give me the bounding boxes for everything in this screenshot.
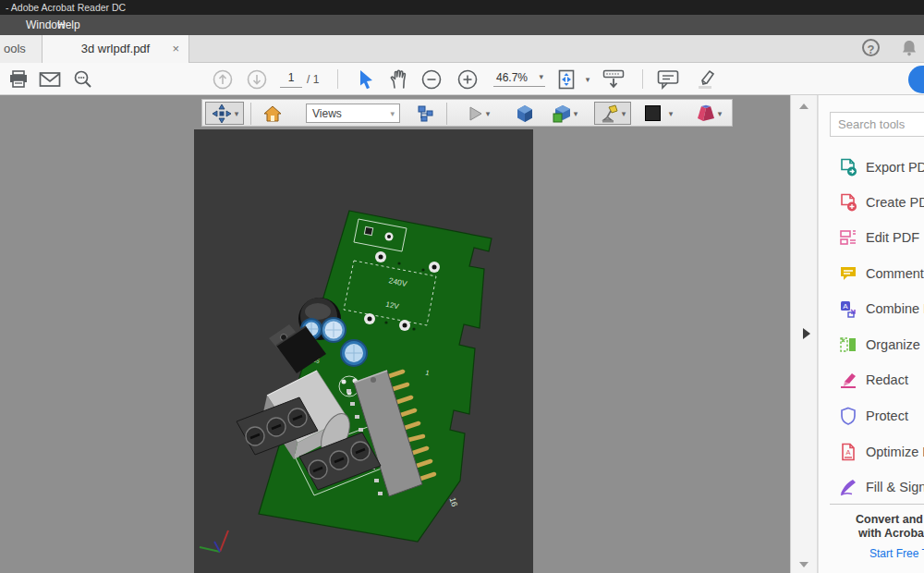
svg-text:A: A [843,302,848,311]
create-pdf-icon [839,193,857,212]
protect-shield-icon [839,407,857,425]
background-color-swatch[interactable]: ▾ [640,102,677,125]
page-down-icon[interactable] [246,63,268,95]
sidebar-item-edit-pdf[interactable]: Edit PDF [819,220,924,255]
chevron-down-icon: ▾ [669,109,674,118]
edit-pdf-icon [839,228,857,247]
acrobat-window: { "window": { "title_bar": "- Adobe Acro… [0,0,924,573]
email-icon[interactable] [39,63,61,95]
comment-icon [839,264,857,283]
chevron-down-icon: ▾ [539,72,543,81]
sidebar-item-protect[interactable]: Protect [819,398,924,433]
axis-triad [200,530,228,552]
lighting-lamp-icon[interactable]: ▾ [594,102,631,125]
page-total-label: / 1 [307,73,319,86]
sidebar-item-comment[interactable]: Comment [819,256,924,291]
sidebar-item-organize-pages[interactable]: Organize P [819,327,924,362]
fit-page-icon[interactable] [556,63,577,95]
perspective-cube-icon[interactable] [512,102,538,125]
model-tree-icon[interactable] [413,102,439,125]
page-number-input[interactable]: 1 [280,71,302,88]
zoom-level-dropdown[interactable]: 46.7% ▾ [493,71,545,87]
account-avatar[interactable] [907,63,924,95]
scroll-down-icon[interactable] [799,562,808,567]
ic-pin16-label: 16 [448,496,459,507]
tab-tools[interactable]: ools [0,35,43,63]
window-title: - Adobe Acrobat Reader DC [6,2,126,13]
chevron-down-icon[interactable]: ▾ [582,63,593,95]
zoom-out-icon[interactable] [420,63,443,95]
export-pdf-icon [839,158,857,177]
tab-document[interactable]: 3d wrlpdf.pdf × [43,35,189,63]
rotate-tool-icon[interactable]: ▾ [205,102,244,125]
panel-collapse-icon[interactable] [803,328,810,339]
highlighter-icon[interactable] [694,63,718,95]
chevron-down-icon: ▾ [486,109,491,118]
comment-bubble-icon[interactable] [656,63,680,95]
capacitor-blue-3 [340,339,368,367]
toolbar-divider [642,69,643,89]
organize-pages-icon [839,335,857,354]
print-icon[interactable] [7,63,30,95]
fill-sign-pen-icon [839,478,857,496]
promo-text-line2: with Acrobat [858,527,924,540]
3d-toolbar: ▾ Views ▾ ▾ [201,99,733,127]
cross-section-icon[interactable]: ▾ [690,102,727,125]
page-up-icon[interactable] [212,63,234,95]
sidebar-item-optimize-pdf[interactable]: A Optimize P [819,434,924,469]
optimize-pdf-icon: A [839,443,857,461]
toolbar-download-icon[interactable] [602,63,626,95]
render-mode-icon[interactable]: ▾ [546,102,583,125]
home-view-icon[interactable] [260,102,286,125]
svg-text:A: A [845,448,850,457]
search-input[interactable] [830,112,924,137]
start-free-trial-link[interactable]: Start Free T [869,547,924,560]
close-icon[interactable]: × [172,35,179,63]
tools-panel: Export PDF Create PDF Edit PDF Comment [818,95,924,573]
main-toolbar: 1 / 1 46.7% ▾ ▾ [0,63,924,95]
search-zoom-icon[interactable] [72,63,94,95]
sidebar-divider [830,504,924,505]
chevron-down-icon: ▾ [718,109,723,118]
notifications-bell-icon[interactable] [900,39,918,61]
toolbar-divider [337,69,338,89]
menu-bar: Window Help [0,15,924,35]
select-tool-icon[interactable] [356,63,378,95]
scroll-up-icon[interactable] [799,104,808,109]
sidebar-item-create-pdf[interactable]: Create PDF [819,185,924,220]
zoom-in-icon[interactable] [456,63,479,95]
views-dropdown[interactable]: Views ▾ [306,104,400,123]
title-bar: - Adobe Acrobat Reader DC [0,0,924,15]
capacitor-blue-2 [321,317,346,343]
chevron-down-icon: ▾ [622,109,626,118]
help-icon[interactable]: ? [862,39,880,56]
tab-document-label: 3d wrlpdf.pdf [81,42,150,55]
chevron-down-icon: ▾ [390,104,395,124]
combine-files-icon: A [839,299,857,318]
menu-help[interactable]: Help [57,15,80,35]
sidebar-item-combine-files[interactable]: A Combine F [819,291,924,326]
promo-text-line1: Convert and e [856,513,924,526]
hand-tool-icon[interactable] [387,63,411,95]
3d-model-view[interactable]: 240V 12V 555 1 16 [194,129,533,573]
play-animation-icon[interactable]: ▾ [463,102,494,125]
sidebar-item-export-pdf[interactable]: Export PDF [819,150,924,185]
sidebar-item-redact[interactable]: Redact [819,362,924,397]
chevron-down-icon: ▾ [574,109,578,118]
sidebar-item-fill-sign[interactable]: Fill & Sign [819,469,924,505]
redact-icon [839,371,857,389]
chevron-down-icon: ▾ [235,109,239,118]
